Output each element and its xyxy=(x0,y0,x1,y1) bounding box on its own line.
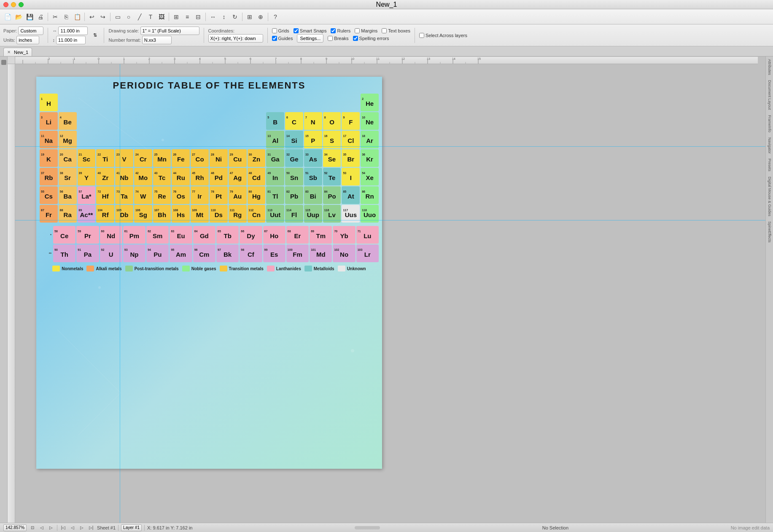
align-icon[interactable]: ≡ xyxy=(182,12,192,22)
element-Cd[interactable]: 48Cd xyxy=(248,168,266,185)
group-icon[interactable]: ⊞ xyxy=(171,12,181,22)
element-Se[interactable]: 34Se xyxy=(323,149,341,167)
zoom-fit-icon[interactable]: ⊡ xyxy=(29,524,36,531)
open-icon[interactable]: 📂 xyxy=(13,12,24,22)
element-V[interactable]: 23V xyxy=(115,149,133,167)
element-Pm[interactable]: 61Pm xyxy=(123,226,145,244)
element-Er[interactable]: 68Er xyxy=(286,226,309,244)
element-Ac[interactable]: 89Ac** xyxy=(78,205,96,223)
save-icon[interactable]: 💾 xyxy=(24,12,35,22)
element-Pr[interactable]: 59Pr xyxy=(76,226,99,244)
page-last-icon[interactable]: ▷| xyxy=(88,524,94,531)
element-Fe[interactable]: 26Fe xyxy=(172,149,190,167)
element-Lu[interactable]: 71Lu xyxy=(356,226,379,244)
element-I[interactable]: 53I xyxy=(342,168,360,185)
element-U[interactable]: 92U xyxy=(100,245,122,262)
margins-checkbox[interactable] xyxy=(355,28,360,33)
element-K[interactable]: 19K xyxy=(40,149,58,167)
element-Cn[interactable]: 112Cn xyxy=(248,205,266,223)
settings-button[interactable]: Settings... xyxy=(297,34,323,43)
paper-select[interactable]: Custom Letter A4 xyxy=(18,27,43,35)
element-Hf[interactable]: 72Hf xyxy=(96,186,114,204)
number-format-select[interactable]: N.xx3 xyxy=(142,36,172,44)
element-Hs[interactable]: 108Hs xyxy=(172,205,190,223)
element-Ni[interactable]: 28Ni xyxy=(210,149,228,167)
element-Ir[interactable]: 77Ir xyxy=(191,186,209,204)
redo-icon[interactable]: ↪ xyxy=(98,12,108,22)
element-C[interactable]: 6C xyxy=(285,112,303,130)
element-Te[interactable]: 52Te xyxy=(323,168,341,185)
element-Yb[interactable]: 70Yb xyxy=(333,226,355,244)
navigator-label[interactable]: Navigator xyxy=(767,135,773,156)
element-Kr[interactable]: 36Kr xyxy=(361,149,379,167)
element-Uuo[interactable]: 118Uuo xyxy=(361,205,379,223)
undo-icon[interactable]: ↩ xyxy=(87,12,97,22)
maximize-button[interactable] xyxy=(19,2,24,7)
element-Sn[interactable]: 50Sn xyxy=(285,168,303,185)
element-Rn[interactable]: 86Rn xyxy=(361,186,379,204)
line-icon[interactable]: ╱ xyxy=(135,12,145,22)
element-Pt[interactable]: 78Pt xyxy=(210,186,228,204)
element-In[interactable]: 49In xyxy=(266,168,284,185)
element-At[interactable]: 85At xyxy=(342,186,360,204)
element-Au[interactable]: 79Au xyxy=(229,186,247,204)
element-Xe[interactable]: 54Xe xyxy=(361,168,379,185)
drawing-scale-select[interactable]: 1" = 1" (Full Scale) xyxy=(140,27,199,35)
rulers-checkbox[interactable] xyxy=(331,28,336,33)
units-select[interactable]: inches cm mm xyxy=(16,36,39,44)
element-Ag[interactable]: 47Ag xyxy=(229,168,247,185)
minimize-button[interactable] xyxy=(11,2,16,7)
breaks-checkbox[interactable] xyxy=(328,36,333,41)
element-Po[interactable]: 84Po xyxy=(323,186,341,204)
element-Tl[interactable]: 81Tl xyxy=(266,186,284,204)
element-Cm[interactable]: 96Cm xyxy=(193,245,215,262)
close-button[interactable] xyxy=(3,2,8,7)
element-Gd[interactable]: 64Gd xyxy=(193,226,215,244)
element-Co[interactable]: 27Co xyxy=(191,149,209,167)
zoom-next-icon[interactable]: ▷ xyxy=(48,524,54,531)
element-Zn[interactable]: 30Zn xyxy=(248,149,266,167)
element-Na[interactable]: 11Na xyxy=(40,131,58,148)
element-Rf[interactable]: 104Rf xyxy=(96,205,114,223)
element-S[interactable]: 16S xyxy=(323,131,341,148)
element-Sb[interactable]: 51Sb xyxy=(304,168,322,185)
element-Sc[interactable]: 21Sc xyxy=(78,149,96,167)
element-He[interactable]: 2He xyxy=(361,94,379,111)
element-W[interactable]: 74W xyxy=(134,186,152,204)
element-Db[interactable]: 105Db xyxy=(115,205,133,223)
flip-v-icon[interactable]: ↕ xyxy=(219,12,229,22)
element-Cr[interactable]: 24Cr xyxy=(134,149,152,167)
select-across-label[interactable]: Select Across layers xyxy=(419,33,467,38)
zoom-prev-icon[interactable]: ◁ xyxy=(38,524,45,531)
flip-h-icon[interactable]: ↔ xyxy=(208,12,218,22)
grid-icon[interactable]: ⊞ xyxy=(245,12,255,22)
element-Uut[interactable]: 113Uut xyxy=(266,205,284,223)
text-icon[interactable]: T xyxy=(145,12,156,22)
element-Mo[interactable]: 42Mo xyxy=(134,168,152,185)
element-Cf[interactable]: 98Cf xyxy=(240,245,262,262)
element-Os[interactable]: 76Os xyxy=(172,186,190,204)
element-Ce[interactable]: 58Ce xyxy=(53,226,75,244)
element-Ba[interactable]: 56Ba xyxy=(59,186,77,204)
element-Nd[interactable]: 60Nd xyxy=(100,226,122,244)
element-No[interactable]: 102No xyxy=(333,245,355,262)
copy-icon[interactable]: ⎘ xyxy=(61,12,71,22)
scroll-handle[interactable] xyxy=(355,526,380,529)
element-B[interactable]: 5B xyxy=(266,112,284,130)
element-Fm[interactable]: 100Fm xyxy=(286,245,309,262)
element-Be[interactable]: 4Be xyxy=(59,112,77,130)
element-Fl[interactable]: 114Fl xyxy=(285,205,303,223)
document-layout-label[interactable]: Document Layout xyxy=(767,78,773,113)
cut-icon[interactable]: ✂ xyxy=(50,12,60,22)
snap-icon[interactable]: ⊕ xyxy=(256,12,266,22)
circle-icon[interactable]: ○ xyxy=(124,12,134,22)
element-Li[interactable]: 3Li xyxy=(40,112,58,130)
grids-checkbox[interactable] xyxy=(272,28,277,33)
element-Mt[interactable]: 109Mt xyxy=(191,205,209,223)
swap-dimensions-icon[interactable]: ⇅ xyxy=(90,31,100,40)
guides-checkbox-label[interactable]: Guides xyxy=(272,36,293,41)
element-Hg[interactable]: 80Hg xyxy=(248,186,266,204)
element-H[interactable]: 1H xyxy=(40,94,58,111)
element-Cu[interactable]: 29Cu xyxy=(229,149,247,167)
element-Mn[interactable]: 25Mn xyxy=(153,149,171,167)
